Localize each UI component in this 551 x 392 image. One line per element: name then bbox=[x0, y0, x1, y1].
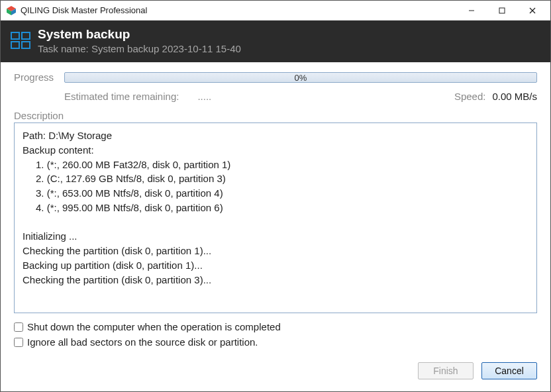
estimated-time-value: ..... bbox=[197, 91, 211, 102]
shutdown-checkbox[interactable] bbox=[14, 322, 23, 332]
description-box: Path: D:\My Storage Backup content: 1. (… bbox=[14, 122, 537, 313]
svg-rect-8 bbox=[22, 32, 30, 39]
shutdown-checkbox-row[interactable]: Shut down the computer when the operatio… bbox=[14, 321, 537, 332]
log-line: Checking the partition (disk 0, partitio… bbox=[23, 244, 528, 258]
path-line: Path: D:\My Storage bbox=[23, 128, 528, 143]
task-name-line: Task name: System backup 2023-10-11 15-4… bbox=[38, 43, 241, 54]
backup-item: 4. (*:, 995.00 MB Ntfs/8, disk 0, partit… bbox=[23, 201, 528, 215]
app-window: QILING Disk Master Professional System b… bbox=[0, 0, 551, 392]
log-line: Initializing ... bbox=[23, 229, 528, 244]
close-button[interactable] bbox=[517, 1, 548, 20]
minimize-button[interactable] bbox=[456, 1, 487, 20]
log-line: Backing up partition (disk 0, partition … bbox=[23, 258, 528, 273]
progress-bar: 0% bbox=[64, 72, 537, 83]
ignore-bad-label: Ignore all bad sectors on the source dis… bbox=[27, 336, 258, 348]
svg-rect-9 bbox=[11, 42, 19, 48]
page-title: System backup bbox=[38, 27, 241, 42]
backup-item: 3. (*:, 653.00 MB Ntfs/8, disk 0, partit… bbox=[23, 186, 528, 201]
speed-label: Speed: bbox=[454, 91, 486, 102]
backup-item: 2. (C:, 127.69 GB Ntfs/8, disk 0, partit… bbox=[23, 172, 528, 186]
app-title: QILING Disk Master Professional bbox=[21, 5, 456, 15]
ignore-bad-checkbox-row[interactable]: Ignore all bad sectors on the source dis… bbox=[14, 336, 537, 348]
description-label: Description bbox=[14, 110, 537, 121]
titlebar: QILING Disk Master Professional bbox=[1, 1, 550, 21]
window-controls bbox=[456, 1, 548, 20]
svg-rect-10 bbox=[22, 42, 30, 48]
speed-value: 0.00 MB/s bbox=[492, 91, 537, 102]
progress-label: Progress bbox=[14, 72, 64, 83]
app-icon bbox=[6, 5, 17, 16]
footer: Finish Cancel bbox=[1, 357, 550, 391]
header: System backup Task name: System backup 2… bbox=[1, 21, 550, 62]
content-header: Backup content: bbox=[23, 143, 528, 158]
ignore-bad-checkbox[interactable] bbox=[14, 338, 23, 347]
log-line: Checking the partition (disk 0, partitio… bbox=[23, 273, 528, 287]
progress-percent: 0% bbox=[295, 72, 307, 82]
cancel-button[interactable]: Cancel bbox=[481, 362, 537, 379]
backup-item: 1. (*:, 260.00 MB Fat32/8, disk 0, parti… bbox=[23, 158, 528, 172]
svg-rect-7 bbox=[11, 32, 19, 39]
task-prefix: Task name: bbox=[38, 43, 89, 54]
estimated-time-label: Estimated time remaining: bbox=[64, 91, 179, 102]
shutdown-label: Shut down the computer when the operatio… bbox=[27, 321, 281, 332]
maximize-button[interactable] bbox=[487, 1, 517, 20]
grid-icon bbox=[10, 30, 31, 51]
task-name: System backup 2023-10-11 15-40 bbox=[91, 43, 241, 54]
finish-button: Finish bbox=[418, 362, 474, 379]
svg-rect-4 bbox=[499, 8, 505, 13]
